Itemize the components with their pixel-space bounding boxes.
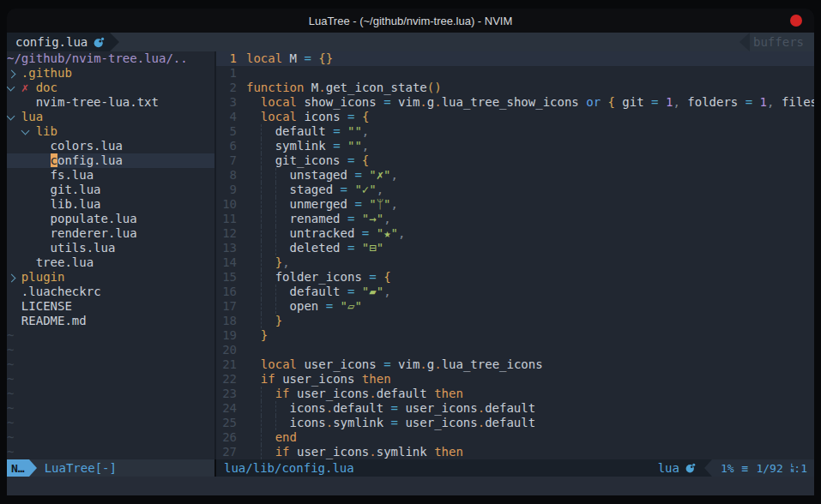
code-line[interactable]: 21local user_icons = vim.g.lua_tree_icon… (216, 357, 814, 372)
indent (246, 328, 261, 343)
indent (246, 270, 261, 285)
indent-guide (275, 241, 290, 255)
editor[interactable]: 1local M = {}12function M.get_icon_state… (216, 51, 814, 459)
code-line[interactable]: 15folder_icons = { (216, 270, 814, 285)
mode-arrow-separator (29, 459, 37, 477)
indent (246, 445, 261, 459)
tree-item-license[interactable]: LICENSE (7, 299, 214, 314)
indent (246, 183, 261, 197)
indent-guide (261, 241, 275, 255)
statusline-filepath: lua/lib/config.lua (224, 461, 354, 475)
tree-item-label: populate.lua (51, 212, 137, 225)
empty-line-tilde: ~ (7, 357, 214, 372)
tree-item-label: colors.lua (51, 139, 123, 153)
tree-item-git.lua[interactable]: git.lua (7, 183, 214, 197)
indent (246, 416, 261, 430)
statusline-editor: lua/lib/config.lua lua 1% ≡ 1/92 LN :1 (216, 459, 814, 477)
command-line[interactable] (7, 477, 814, 495)
line-number: 3 (216, 95, 237, 110)
code-line[interactable]: 2function M.get_icon_state() (216, 81, 814, 95)
code-line[interactable]: 26end (216, 430, 814, 445)
tree-item-colors.lua[interactable]: colors.lua (7, 139, 214, 153)
code-line[interactable]: 5default = "", (216, 124, 814, 139)
tree-item-label: tree.lua (36, 255, 94, 269)
tree-item-populate.lua[interactable]: populate.lua (7, 212, 214, 226)
code-line[interactable]: 27if user_icons.symlink then (216, 445, 814, 459)
code-line[interactable]: 18} (216, 314, 814, 328)
tree-item--github-nvim-tree.lua-..[interactable]: ~/github/nvim-tree.lua/.. (7, 51, 214, 66)
code-line[interactable]: 6symlink = "", (216, 139, 814, 153)
tree-item-readme.md[interactable]: README.md (7, 314, 214, 328)
indent-guide (275, 226, 290, 241)
tree-item-utils.lua[interactable]: utils.lua (7, 241, 214, 255)
column-position: :1 (794, 462, 807, 475)
code-line[interactable]: 3local show_icons = vim.g.lua_tree_show_… (216, 95, 814, 110)
code-line[interactable]: 13deleted = "⊟" (216, 241, 814, 255)
indent-guide (261, 168, 275, 183)
tree-item-lua[interactable]: lua (7, 110, 214, 124)
buffers-label[interactable]: buffers (750, 33, 814, 51)
line-number: 17 (216, 299, 237, 314)
code-line[interactable]: 22if user_icons then (216, 372, 814, 387)
tree-item-doc[interactable]: ✗doc (7, 81, 214, 95)
code-line[interactable]: 20 (216, 343, 814, 357)
tree-item-nvim-tree-lua.txt[interactable]: nvim-tree-lua.txt (7, 95, 214, 110)
tree-item-fs.lua[interactable]: fs.lua (7, 168, 214, 183)
code-line[interactable]: 19} (216, 328, 814, 343)
indent-guide (261, 124, 275, 139)
file-tree[interactable]: ~/github/nvim-tree.lua/...github✗docnvim… (7, 51, 214, 459)
code-line[interactable]: 11renamed = "→", (216, 212, 814, 226)
tree-item-lib[interactable]: lib (7, 124, 214, 139)
code-line[interactable]: 14}, (216, 255, 814, 270)
chevron-down-icon (7, 110, 21, 124)
tree-item-renderer.lua[interactable]: renderer.lua (7, 226, 214, 241)
tree-item-plugin[interactable]: plugin (7, 270, 214, 285)
tree-item-lib.lua[interactable]: lib.lua (7, 197, 214, 212)
indent-guide (261, 183, 275, 197)
code-line[interactable]: 4local icons = { (216, 110, 814, 124)
tree-item-config.lua[interactable]: config.lua (7, 153, 214, 168)
code-line[interactable]: 12untracked = "★", (216, 226, 814, 241)
chevron-right-icon (7, 66, 21, 81)
tree-item-tree.lua[interactable]: tree.lua (7, 255, 214, 270)
chevron-right-icon (7, 270, 21, 285)
statusline-filetype: lua (658, 461, 679, 475)
tab-config-lua[interactable]: config.lua (7, 33, 110, 51)
code-line[interactable]: 7git_icons = { (216, 153, 814, 168)
terminal-window: LuaTree - (~/github/nvim-tree.lua) - NVI… (7, 9, 814, 495)
indent-guide (261, 430, 275, 445)
code-line[interactable]: 10unmerged = "ᛘ", (216, 197, 814, 212)
scroll-percent: 1% (721, 462, 734, 475)
code-line[interactable]: 25icons.symlink = user_icons.default (216, 416, 814, 430)
empty-line-tilde: ~ (7, 328, 214, 343)
tree-item-.luacheckrc[interactable]: .luacheckrc (7, 285, 214, 299)
code-line[interactable]: 23if user_icons.default then (216, 387, 814, 401)
indent (246, 168, 261, 183)
indent-guide (261, 139, 275, 153)
indent-guide (261, 445, 275, 459)
tabline-spacer (119, 33, 740, 51)
code-line[interactable]: 17open = "▱" (216, 299, 814, 314)
lines-icon: ≡ (742, 462, 749, 475)
code-line[interactable]: 8unstaged = "✗", (216, 168, 814, 183)
close-button[interactable] (790, 15, 802, 27)
tree-item-.github[interactable]: .github (7, 66, 214, 81)
code-line[interactable]: 24icons.default = user_icons.default (216, 401, 814, 416)
line-number: 18 (216, 314, 237, 328)
lua-filetype-icon (94, 37, 105, 48)
indent-guide (261, 226, 275, 241)
code-line[interactable]: 1local M = {} (216, 51, 814, 66)
code-line[interactable]: 9staged = "✓", (216, 183, 814, 197)
empty-line-tilde: ~ (7, 387, 214, 401)
line-number: 22 (216, 372, 237, 387)
tree-item-label: renderer.lua (51, 226, 137, 240)
indent-guide (275, 197, 290, 212)
indent (246, 95, 261, 110)
line-number: 21 (216, 357, 237, 372)
code-line[interactable]: 1 (216, 66, 814, 81)
indent-guide (261, 401, 275, 416)
indent-guide (261, 153, 275, 168)
line-number: 27 (216, 445, 237, 459)
code-line[interactable]: 16default = "▰", (216, 285, 814, 299)
line-number: 4 (216, 110, 237, 124)
